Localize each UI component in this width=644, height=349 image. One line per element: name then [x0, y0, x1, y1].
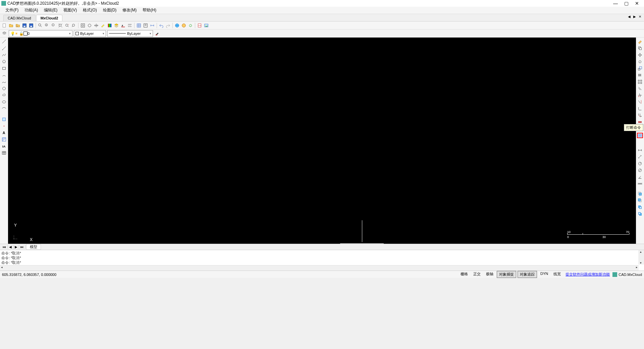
ellipse-arc-icon[interactable]	[1, 106, 7, 111]
gradient-icon[interactable]	[107, 22, 113, 28]
spline-icon[interactable]	[1, 79, 7, 84]
revcloud-icon[interactable]	[1, 93, 7, 98]
brush-icon[interactable]	[154, 31, 160, 37]
linetype-dropdown[interactable]: ByLayer ▾	[107, 30, 153, 37]
fillet-icon[interactable]	[637, 106, 643, 111]
menu-edit[interactable]: 编辑(E)	[41, 7, 60, 14]
tab-prev-icon[interactable]: ◀	[627, 15, 632, 18]
model-tab[interactable]: 模型	[26, 244, 41, 250]
web-icon[interactable]	[181, 22, 187, 28]
toggle-lwt[interactable]: 线宽	[551, 271, 563, 278]
close-button[interactable]: ✕	[635, 1, 639, 6]
ray-icon[interactable]	[1, 46, 7, 51]
refresh-icon[interactable]	[187, 22, 194, 28]
layout-next-icon[interactable]: ▶	[13, 245, 19, 249]
minimize-button[interactable]: —	[613, 1, 618, 6]
trim-icon[interactable]	[637, 93, 643, 98]
scale-icon[interactable]	[637, 66, 643, 71]
polygon-icon[interactable]	[1, 59, 7, 64]
rotate-icon[interactable]	[637, 59, 643, 64]
menu-function[interactable]: 功能(A)	[22, 7, 41, 14]
zoom-extents-icon[interactable]	[57, 22, 63, 28]
zoom-prev-icon[interactable]	[71, 22, 77, 28]
dim-radius-icon[interactable]	[637, 161, 643, 166]
ellipse-icon[interactable]	[1, 99, 7, 105]
tab-next-icon[interactable]: ▶	[632, 15, 637, 18]
tab-close-icon[interactable]: ✕	[638, 15, 642, 18]
menu-format[interactable]: 格式(O)	[80, 7, 99, 14]
zoom-realtime-icon[interactable]	[64, 22, 70, 28]
layout-last-icon[interactable]: ⏭	[19, 245, 25, 249]
copy-icon[interactable]	[637, 46, 643, 51]
dim-angular-icon[interactable]	[637, 174, 643, 180]
new-icon[interactable]	[1, 22, 7, 28]
menu-view[interactable]: 视图(V)	[61, 7, 79, 14]
toggle-osnap[interactable]: 对象捕捉	[497, 271, 516, 278]
layout-prev-icon[interactable]: ◀	[8, 245, 13, 249]
redo-icon[interactable]	[165, 22, 171, 28]
zoom-all-icon[interactable]	[80, 22, 86, 28]
undo-icon[interactable]	[158, 22, 164, 28]
array-icon[interactable]	[637, 79, 643, 84]
mirror-icon[interactable]	[637, 72, 643, 78]
menu-modify[interactable]: 修改(M)	[120, 7, 139, 14]
dim-diameter-icon[interactable]	[637, 168, 643, 173]
linetype-icon[interactable]	[127, 22, 133, 28]
saveas-icon[interactable]	[28, 22, 34, 28]
toggle-otrack[interactable]: 对象追踪	[518, 271, 537, 278]
toggle-polar[interactable]: 极轴	[484, 271, 495, 278]
zoom-in-icon[interactable]: +	[44, 22, 50, 28]
move-icon[interactable]	[637, 52, 643, 58]
send-below-icon[interactable]	[637, 211, 643, 217]
offset-icon[interactable]	[637, 86, 643, 91]
zoom-center-icon[interactable]	[87, 22, 93, 28]
drawing-canvas[interactable]: Y X 1070 030	[8, 38, 636, 244]
polyline-icon[interactable]	[1, 52, 7, 58]
circle-icon[interactable]	[1, 86, 7, 91]
doc-tab-0[interactable]: CAD.MxCloud	[3, 15, 36, 21]
highlight-icon[interactable]	[100, 22, 106, 28]
menu-draw[interactable]: 绘图(D)	[100, 7, 119, 14]
dim-linear-icon[interactable]	[637, 148, 643, 153]
layer-manager-icon[interactable]	[1, 31, 7, 37]
arc-icon[interactable]	[1, 72, 7, 78]
table-icon[interactable]	[136, 22, 142, 28]
color-dropdown[interactable]: ByLayer ▾	[74, 30, 106, 37]
globe-icon[interactable]	[174, 22, 180, 28]
hatch-icon[interactable]	[1, 137, 7, 142]
command-hscroll[interactable]: ◂▸	[0, 265, 639, 271]
break-icon[interactable]	[637, 133, 643, 138]
properties-icon[interactable]	[143, 22, 149, 28]
pdf-icon[interactable]: PDF	[197, 22, 203, 28]
block-icon[interactable]	[1, 117, 7, 122]
layers-icon[interactable]	[113, 22, 119, 28]
send-back-icon[interactable]	[637, 198, 643, 203]
layout-first-icon[interactable]: ⏮	[1, 245, 8, 249]
image-icon[interactable]	[203, 22, 209, 28]
menu-help[interactable]: 帮助(H)	[140, 7, 159, 14]
dim-continue-icon[interactable]	[637, 181, 643, 186]
save-icon[interactable]	[21, 22, 28, 28]
command-window[interactable]: 命令: *取消* 命令: *取消* 命令: *取消* 命令: *取消* 命令: …	[0, 250, 644, 271]
line-icon[interactable]	[1, 39, 7, 44]
open2-icon[interactable]	[15, 22, 21, 28]
toggle-dyn[interactable]: DYN	[538, 271, 550, 278]
command-vscroll[interactable]: ▴▾	[639, 250, 644, 265]
zoom-window-icon[interactable]	[37, 22, 43, 28]
menu-file[interactable]: 文件(F)	[3, 7, 21, 14]
pan-icon[interactable]	[93, 22, 99, 28]
feedback-link[interactable]: 提交软件问题或增加新功能	[566, 272, 610, 277]
bring-front-icon[interactable]	[637, 191, 643, 196]
rectangle-icon[interactable]	[1, 66, 7, 71]
dimension-icon[interactable]	[149, 22, 155, 28]
doc-tab-1[interactable]: MxCloud2	[36, 15, 63, 21]
color-icon[interactable]	[120, 22, 126, 28]
bring-above-icon[interactable]	[637, 205, 643, 210]
point-icon[interactable]	[1, 123, 7, 129]
dim-aligned-icon[interactable]	[637, 154, 643, 160]
text-icon[interactable]: A	[1, 130, 7, 135]
zoom-out-icon[interactable]: -	[51, 22, 57, 28]
chamfer-icon[interactable]	[637, 113, 643, 118]
erase-icon[interactable]	[637, 39, 643, 44]
table2-icon[interactable]	[1, 150, 7, 156]
